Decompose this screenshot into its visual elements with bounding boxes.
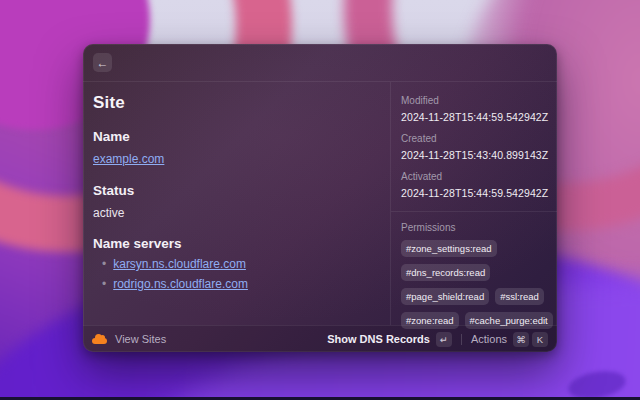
nameserver-link[interactable]: rodrigo.ns.cloudflare.com <box>113 277 248 291</box>
permissions-tags: #zone_settings:read#dns_records:read#pag… <box>401 240 547 329</box>
bullet-icon: • <box>102 258 106 270</box>
nameserver-link[interactable]: karsyn.ns.cloudflare.com <box>113 257 246 271</box>
bullet-icon: • <box>102 278 106 290</box>
nameserver-item: •karsyn.ns.cloudflare.com <box>93 257 376 271</box>
actions-menu-button[interactable]: Actions <box>471 333 507 345</box>
metadata-separator <box>391 211 557 212</box>
footer-left: View Sites <box>92 333 327 345</box>
k-key-icon: K <box>532 332 548 347</box>
modified-label: Modified <box>401 95 547 106</box>
page-title: Site <box>93 93 376 113</box>
permission-tag: #page_shield:read <box>401 288 489 305</box>
name-section-heading: Name <box>93 129 376 144</box>
nameservers-section-heading: Name servers <box>93 236 376 251</box>
activated-label: Activated <box>401 171 547 182</box>
extension-name: View Sites <box>115 333 166 345</box>
footer-actions: Show DNS Records ↵ Actions ⌘K <box>327 332 548 347</box>
detail-main: Site Name example.com Status active Name… <box>83 82 390 325</box>
window-content: Site Name example.com Status active Name… <box>83 82 557 325</box>
status-value: active <box>93 206 376 220</box>
permission-tag: #zone_settings:read <box>401 240 497 257</box>
footer-divider <box>461 334 462 345</box>
modified-value: 2024-11-28T15:44:59.542942Z <box>401 111 547 123</box>
command-key-icon: ⌘ <box>513 332 529 347</box>
permission-tag-row: #zone_settings:read <box>401 240 547 257</box>
created-label: Created <box>401 133 547 144</box>
permission-tag: #dns_records:read <box>401 264 490 281</box>
back-arrow-icon: ← <box>97 57 109 69</box>
permission-tag-row: #zone:read#cache_purge:edit <box>401 312 547 329</box>
permission-tag-row: #dns_records:read <box>401 264 547 281</box>
nameserver-list: •karsyn.ns.cloudflare.com•rodrigo.ns.clo… <box>93 257 376 291</box>
status-section-heading: Status <box>93 183 376 198</box>
permission-tag-row: #page_shield:read#ssl:read <box>401 288 547 305</box>
actions-shortcut-keys: ⌘K <box>513 332 548 347</box>
permissions-label: Permissions <box>401 222 547 233</box>
activated-value: 2024-11-28T15:44:59.542942Z <box>401 187 547 199</box>
window-footer: View Sites Show DNS Records ↵ Actions ⌘K <box>83 325 557 352</box>
permission-tag: #ssl:read <box>495 288 544 305</box>
permission-tag: #cache_purge:edit <box>465 312 553 329</box>
window-header: ← <box>83 44 557 82</box>
cloudflare-cloud-icon <box>92 338 107 344</box>
primary-action-button[interactable]: Show DNS Records <box>327 333 430 345</box>
site-detail-window: ← Site Name example.com Status active Na… <box>83 44 557 352</box>
back-button[interactable]: ← <box>93 53 112 72</box>
metadata-panel: Modified 2024-11-28T15:44:59.542942Z Cre… <box>390 82 557 325</box>
nameserver-item: •rodrigo.ns.cloudflare.com <box>93 277 376 291</box>
permission-tag: #zone:read <box>401 312 459 329</box>
site-name-link[interactable]: example.com <box>93 152 164 166</box>
enter-key-icon: ↵ <box>436 332 452 347</box>
created-value: 2024-11-28T15:43:40.899143Z <box>401 149 547 161</box>
